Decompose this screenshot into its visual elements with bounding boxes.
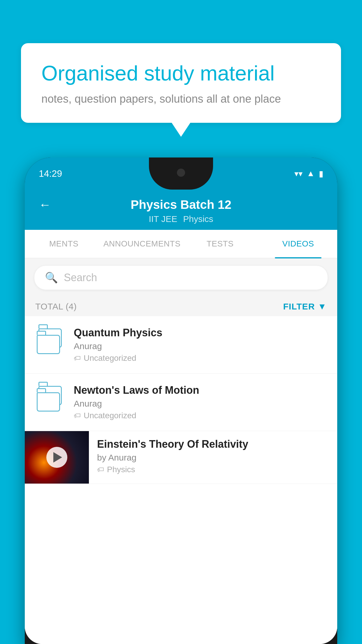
bubble-title: Organised study material	[41, 61, 321, 86]
video-author: Anurag	[74, 341, 327, 351]
folder-tab-back	[38, 382, 48, 386]
video-author: by Anurag	[97, 453, 330, 463]
list-item[interactable]: Einstein's Theory Of Relativity by Anura…	[25, 431, 337, 484]
header-subtitle: IIT JEE Physics	[149, 214, 213, 224]
play-icon	[53, 452, 62, 463]
tab-tests[interactable]: TESTS	[181, 230, 259, 258]
tab-ments[interactable]: MENTS	[25, 230, 103, 258]
speech-bubble-container: Organised study material notes, question…	[21, 43, 341, 137]
video-info: Einstein's Theory Of Relativity by Anura…	[89, 431, 337, 481]
status-icons: ▾▾ ▲ ▮	[294, 169, 323, 178]
subtitle-physics: Physics	[183, 214, 213, 224]
battery-icon: ▮	[319, 169, 323, 178]
page-title: Physics Batch 12	[131, 198, 231, 212]
total-count: TOTAL (4)	[35, 302, 77, 312]
tab-announcements[interactable]: ANNOUNCEMENTS	[103, 230, 181, 258]
video-tag: 🏷 Uncategorized	[74, 354, 327, 363]
folder-front-layer	[37, 335, 60, 354]
video-title: Quantum Physics	[74, 327, 327, 339]
video-list: Quantum Physics Anurag 🏷 Uncategorized	[25, 316, 337, 644]
folder-icon-container	[35, 327, 64, 356]
search-container: 🔍 Search	[25, 258, 337, 297]
video-tag: 🏷 Physics	[97, 465, 330, 474]
filter-label: FILTER	[283, 302, 315, 312]
folder-icon-container	[35, 384, 64, 413]
folder-tab-front	[37, 388, 46, 392]
play-button[interactable]	[46, 447, 67, 468]
tag-label: Uncategorized	[84, 411, 136, 420]
signal-icon: ▲	[307, 169, 315, 178]
camera-dot	[177, 169, 185, 177]
search-icon: 🔍	[45, 272, 58, 284]
video-title: Newton's Laws of Motion	[74, 384, 327, 396]
bubble-tail	[172, 123, 190, 137]
phone-frame: 14:29 ▾▾ ▲ ▮ ← Physics Batch 12 IIT JEE …	[25, 158, 337, 644]
filter-funnel-icon: ▼	[318, 302, 327, 312]
folder-front-layer	[37, 392, 60, 412]
tabs-bar: MENTS ANNOUNCEMENTS TESTS VIDEOS	[25, 230, 337, 258]
list-item[interactable]: Newton's Laws of Motion Anurag 🏷 Uncateg…	[25, 374, 337, 431]
video-info: Quantum Physics Anurag 🏷 Uncategorized	[74, 327, 327, 363]
folder-tab-back	[38, 324, 48, 328]
tag-icon: 🏷	[74, 354, 81, 362]
video-info: Newton's Laws of Motion Anurag 🏷 Uncateg…	[74, 384, 327, 420]
filter-bar: TOTAL (4) FILTER ▼	[25, 297, 337, 316]
bubble-subtitle: notes, question papers, solutions all at…	[41, 93, 321, 105]
wifi-icon: ▾▾	[294, 169, 303, 178]
status-time: 14:29	[39, 168, 62, 179]
folder-icon	[37, 328, 63, 354]
tag-icon: 🏷	[74, 412, 81, 420]
tag-label: Physics	[107, 465, 135, 474]
subtitle-iitjee: IIT JEE	[149, 214, 177, 224]
search-input[interactable]: Search	[64, 272, 97, 284]
tag-icon: 🏷	[97, 466, 104, 474]
video-tag: 🏷 Uncategorized	[74, 411, 327, 420]
video-author: Anurag	[74, 399, 327, 409]
folder-icon	[37, 386, 63, 412]
header-row: ← Physics Batch 12	[39, 198, 323, 212]
tag-label: Uncategorized	[84, 354, 136, 363]
folder-tab-front	[37, 331, 46, 335]
back-button[interactable]: ←	[39, 198, 51, 212]
tab-videos[interactable]: VIDEOS	[259, 230, 337, 258]
phone-screen: ← Physics Batch 12 IIT JEE Physics MENTS…	[25, 190, 337, 644]
speech-bubble: Organised study material notes, question…	[21, 43, 341, 123]
filter-button[interactable]: FILTER ▼	[283, 302, 327, 312]
status-bar: 14:29 ▾▾ ▲ ▮	[25, 158, 337, 190]
video-title: Einstein's Theory Of Relativity	[97, 438, 330, 450]
search-bar[interactable]: 🔍 Search	[34, 265, 328, 290]
video-thumbnail	[25, 431, 89, 484]
list-item[interactable]: Quantum Physics Anurag 🏷 Uncategorized	[25, 316, 337, 374]
app-header: ← Physics Batch 12 IIT JEE Physics	[25, 190, 337, 230]
